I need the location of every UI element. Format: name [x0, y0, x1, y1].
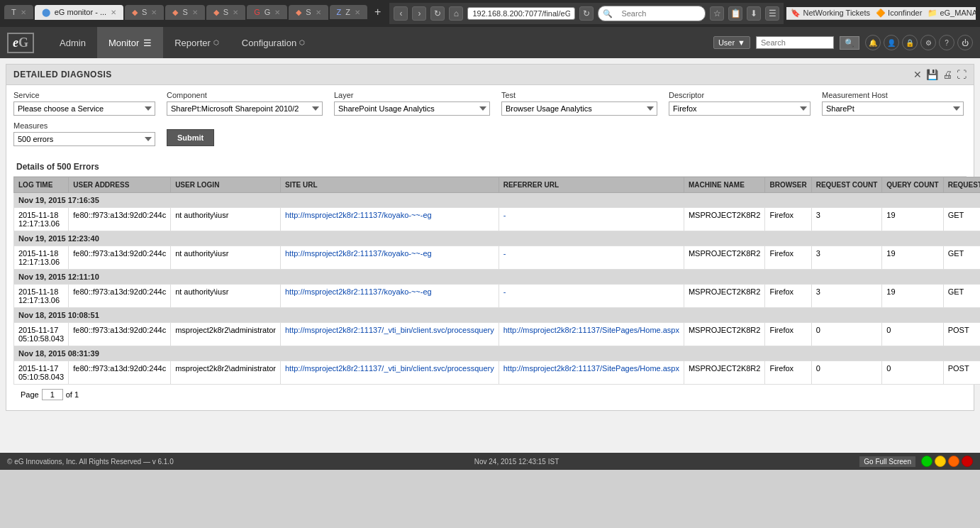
site-url-link[interactable]: http://msproject2k8r2:11137/_vti_bin/cli… — [285, 326, 494, 334]
refresh-button[interactable]: ↻ — [430, 6, 445, 21]
nav-reporter[interactable]: Reporter ⬡ — [163, 27, 230, 58]
refresh-button-2[interactable]: ↻ — [579, 6, 594, 21]
home-button[interactable]: ⌂ — [449, 6, 463, 21]
measures-select[interactable]: 500 errors — [13, 132, 155, 146]
referrer-url-link[interactable]: - — [503, 249, 506, 258]
test-label: Test — [501, 91, 657, 99]
back-button[interactable]: ‹ — [394, 6, 408, 21]
download-button[interactable]: ⬇ — [747, 6, 761, 21]
close-icon[interactable]: ✕ — [316, 9, 321, 16]
favicon-icon: ◆ — [132, 8, 138, 17]
user-icon[interactable]: 👤 — [884, 35, 899, 50]
col-request-count: REQUEST COUNT — [811, 177, 882, 193]
close-icon[interactable]: ✕ — [274, 9, 280, 16]
expand-icon: ⬡ — [213, 39, 219, 46]
favicon-icon: G — [254, 8, 260, 16]
table-group-row: Nov 19, 2015 12:11:10 — [14, 270, 981, 285]
tab-label: eG monitor - ... — [55, 8, 106, 16]
browser-tab-6[interactable]: G G ✕ — [247, 5, 287, 19]
site-url-link[interactable]: http://msproject2k8r2:11137/koyako-~~-eg — [285, 249, 432, 258]
col-user-address: USER ADDRESS — [69, 177, 171, 193]
bookmark-list-button[interactable]: 📋 — [728, 6, 742, 21]
nav-monitor[interactable]: Monitor ☰ — [97, 27, 163, 58]
app-search-input[interactable] — [756, 36, 834, 49]
favicon-icon: ⬤ — [42, 8, 50, 17]
settings-icon[interactable]: ⚙ — [920, 35, 936, 50]
menu-button[interactable]: ☰ — [765, 6, 779, 21]
power-icon[interactable]: ⏻ — [957, 35, 973, 50]
bookmark-star-button[interactable]: ☆ — [710, 6, 724, 21]
tab-label: S — [142, 8, 147, 16]
panel-title: DETAILED DIAGNOSIS — [13, 70, 112, 79]
table-group-row: Nov 19, 2015 17:16:35 — [14, 193, 981, 208]
close-icon[interactable]: ✕ — [192, 9, 198, 16]
referrer-url-link[interactable]: - — [503, 287, 506, 296]
referrer-url-link[interactable]: - — [503, 211, 506, 219]
browser-tab-2[interactable]: ⬤ eG monitor - ... ✕ — [35, 5, 123, 20]
tab-label: G — [265, 8, 271, 16]
service-select[interactable]: Please choose a Service — [13, 101, 155, 116]
browser-tab-4[interactable]: ◆ S ✕ — [165, 5, 204, 20]
page-label: Page — [21, 390, 39, 399]
browser-tab-3[interactable]: ◆ S ✕ — [125, 5, 164, 20]
site-url-link[interactable]: http://msproject2k8r2:11137/koyako-~~-eg — [285, 211, 432, 219]
close-panel-button[interactable]: ✕ — [913, 69, 922, 80]
site-url-link[interactable]: http://msproject2k8r2:11137/koyako-~~-eg — [285, 287, 432, 296]
of-label: of 1 — [66, 390, 79, 399]
tab-label: S — [306, 8, 311, 16]
forward-button[interactable]: › — [412, 6, 426, 21]
table-group-row: Nov 18, 2015 10:08:51 — [14, 308, 981, 323]
tab-label: T — [11, 8, 16, 16]
test-select[interactable]: Browser Usage Analytics — [501, 101, 657, 116]
bookmark-iconfinder[interactable]: 🔶 Iconfinder — [876, 9, 922, 18]
col-user-login: USER LOGIN — [171, 177, 281, 193]
expand-icon-2: ⬡ — [299, 39, 305, 46]
app-logo: eG — [7, 33, 34, 53]
table-row: 2015-11-18 12:17:13.06fe80::f973:a13d:92… — [14, 208, 981, 231]
close-icon[interactable]: ✕ — [355, 9, 360, 16]
help-icon[interactable]: ? — [939, 35, 954, 50]
page-input[interactable] — [42, 389, 63, 400]
referrer-url-link[interactable]: http://msproject2k8r2:11137/SitePages/Ho… — [503, 364, 679, 373]
favicon-icon: Z — [337, 8, 342, 16]
browser-tab-5[interactable]: ◆ S ✕ — [206, 5, 245, 20]
bookmark-networking-tickets[interactable]: 🔖 NetWorking Tickets — [791, 9, 870, 18]
nav-admin[interactable]: Admin — [48, 27, 97, 58]
notification-icon[interactable]: 🔔 — [865, 35, 881, 50]
table-row: 2015-11-17 05:10:58.043fe80::f973:a13d:9… — [14, 323, 981, 346]
nav-configuration[interactable]: Configuration ⬡ — [230, 27, 316, 58]
new-tab-button[interactable]: + — [369, 3, 386, 21]
fullscreen-button[interactable]: Go Full Screen — [859, 456, 915, 467]
table-row: 2015-11-17 05:10:58.043fe80::f973:a13d:9… — [14, 361, 981, 385]
close-icon[interactable]: ✕ — [233, 9, 238, 16]
browser-tab-8[interactable]: Z Z ✕ — [330, 5, 367, 19]
component-select[interactable]: SharePt:Microsoft Sharepoint 2010/2 — [167, 101, 323, 116]
dropdown-arrow-icon: ▼ — [737, 38, 745, 47]
measurement-host-select[interactable]: SharePt — [822, 101, 964, 116]
save-panel-button[interactable]: 💾 — [926, 69, 938, 80]
layer-select[interactable]: SharePoint Usage Analytics — [334, 101, 490, 116]
bookmark-eg-manager[interactable]: 📁 eG_MANAGER&DB — [928, 9, 976, 18]
col-request-type: REQUEST TYPE — [943, 177, 980, 193]
table-title: Details of 500 Errors — [13, 158, 967, 177]
service-label: Service — [13, 91, 155, 99]
close-icon[interactable]: ✕ — [21, 9, 26, 16]
close-icon[interactable]: ✕ — [151, 9, 157, 16]
site-url-link[interactable]: http://msproject2k8r2:11137/_vti_bin/cli… — [285, 364, 494, 373]
browser-search-input[interactable] — [616, 8, 701, 19]
measurement-host-label: Measurement Host — [822, 91, 964, 99]
header-search-button[interactable]: 🔍 — [840, 36, 859, 50]
submit-button[interactable]: Submit — [167, 129, 214, 146]
expand-panel-button[interactable]: ⛶ — [957, 69, 967, 80]
referrer-url-link[interactable]: http://msproject2k8r2:11137/SitePages/Ho… — [503, 326, 679, 334]
descriptor-select[interactable]: Firefox — [669, 101, 811, 116]
address-bar[interactable] — [467, 7, 575, 20]
status-red-icon — [962, 456, 973, 467]
user-dropdown[interactable]: User ▼ — [713, 36, 750, 49]
browser-tab-7[interactable]: ◆ S ✕ — [289, 5, 328, 20]
browser-tab-1[interactable]: T ✕ — [4, 5, 33, 19]
table-row: 2015-11-18 12:17:13.06fe80::f973:a13d:92… — [14, 246, 981, 270]
lock-icon[interactable]: 🔒 — [902, 35, 918, 50]
close-icon[interactable]: ✕ — [111, 9, 116, 16]
print-panel-button[interactable]: 🖨 — [942, 69, 952, 80]
